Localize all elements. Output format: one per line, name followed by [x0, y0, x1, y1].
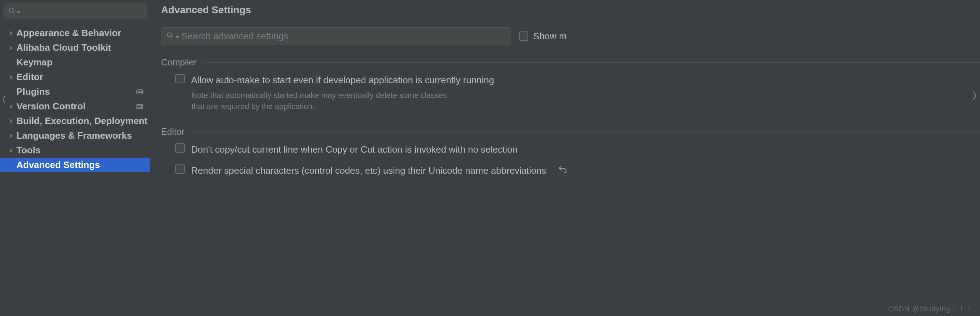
section-compiler-header: Compiler [161, 57, 980, 67]
svg-point-6 [167, 33, 172, 37]
option-copy-cut[interactable]: Don't copy/cut current line when Copy or… [161, 144, 980, 156]
chevron-down-icon[interactable] [176, 31, 179, 41]
sidebar-item-label: Keymap [14, 57, 52, 68]
option-auto-make[interactable]: Allow auto-make to start even if develop… [161, 74, 980, 86]
option-label: Don't copy/cut current line when Copy or… [191, 144, 517, 156]
sidebar-item-advanced-settings[interactable]: Advanced Settings [0, 158, 150, 172]
page-title: Advanced Settings [161, 4, 980, 16]
show-modified-label: Show m [533, 31, 567, 42]
sidebar-item-label: Appearance & Behavior [14, 27, 121, 38]
revert-icon[interactable] [557, 164, 567, 174]
settings-sidebar: Appearance & Behavior Alibaba Cloud Tool… [0, 0, 150, 316]
svg-line-1 [13, 12, 14, 14]
sidebar-item-appearance[interactable]: Appearance & Behavior [0, 26, 150, 40]
sidebar-item-label: Plugins [14, 86, 50, 97]
chevron-right-icon [7, 31, 14, 35]
forward-chevron-icon[interactable] [972, 91, 977, 103]
sidebar-item-label: Editor [14, 72, 43, 83]
sidebar-item-label: Alibaba Cloud Toolkit [14, 42, 111, 53]
chevron-right-icon [7, 104, 14, 109]
chevron-right-icon [7, 119, 14, 123]
sidebar-item-label: Advanced Settings [14, 160, 100, 171]
checkbox-icon[interactable] [175, 164, 185, 174]
svg-line-7 [171, 37, 173, 38]
sidebar-item-build[interactable]: Build, Execution, Deployment [0, 114, 150, 128]
chevron-down-icon[interactable] [17, 6, 21, 16]
sidebar-item-label: Version Control [14, 101, 86, 112]
sidebar-item-plugins[interactable]: Plugins [0, 85, 150, 99]
chevron-right-icon [7, 148, 14, 153]
sidebar-item-keymap[interactable]: Keymap [0, 55, 150, 70]
sidebar-item-editor[interactable]: Editor [0, 70, 150, 85]
sidebar-item-vcs[interactable]: Version Control [0, 99, 150, 114]
checkbox-icon[interactable] [175, 144, 185, 153]
option-render-special[interactable]: Render special characters (control codes… [161, 164, 980, 177]
checkbox-icon[interactable] [519, 32, 528, 41]
sidebar-search[interactable] [3, 3, 146, 19]
section-editor-header: Editor [161, 126, 980, 137]
checkbox-icon[interactable] [175, 74, 185, 83]
sidebar-item-label: Tools [14, 145, 40, 156]
settings-tree: Appearance & Behavior Alibaba Cloud Tool… [0, 23, 150, 172]
svg-rect-5 [138, 106, 142, 107]
option-label: Render special characters (control codes… [191, 164, 546, 177]
svg-point-0 [9, 8, 14, 13]
search-icon [166, 31, 173, 41]
chevron-right-icon [7, 75, 14, 79]
settings-main: Advanced Settings Show m Compiler Allow … [150, 0, 980, 316]
section-title: Compiler [161, 57, 197, 67]
advanced-search[interactable] [161, 27, 511, 45]
sidebar-item-tools[interactable]: Tools [0, 143, 150, 158]
project-badge-icon [137, 89, 143, 94]
project-badge-icon [137, 104, 143, 109]
show-modified-checkbox[interactable]: Show m [519, 31, 567, 42]
sidebar-search-input[interactable] [22, 7, 142, 16]
chevron-right-icon [7, 46, 14, 50]
watermark: CSDN @Studying！！！ [888, 304, 973, 314]
chevron-right-icon [7, 134, 14, 138]
svg-rect-3 [138, 91, 142, 93]
sidebar-item-alibaba[interactable]: Alibaba Cloud Toolkit [0, 40, 150, 55]
advanced-search-input[interactable] [181, 31, 506, 42]
section-title: Editor [161, 126, 184, 137]
sidebar-item-label: Languages & Frameworks [14, 130, 132, 141]
option-label: Allow auto-make to start even if develop… [191, 74, 494, 86]
option-note: Note that automatically started make may… [161, 90, 454, 112]
sidebar-item-label: Build, Execution, Deployment [14, 115, 148, 126]
search-icon [8, 6, 15, 16]
sidebar-item-languages[interactable]: Languages & Frameworks [0, 128, 150, 143]
